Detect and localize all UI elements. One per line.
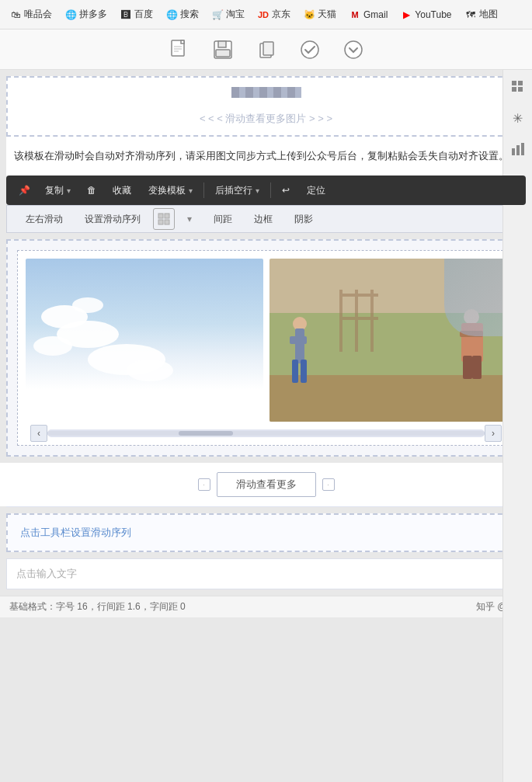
pinduoduo-icon: 🌐 (64, 9, 77, 21)
scrollbar-thumb (179, 431, 233, 436)
locate-button[interactable]: 定位 (299, 181, 333, 200)
separator (6, 506, 526, 507)
slider-image-kids (269, 259, 507, 422)
slider-toolbar: 左右滑动 设置滑动序列 ▾ (6, 205, 526, 233)
input-area[interactable]: 点击输入文字 (6, 558, 526, 589)
taobao-icon: 🛒 (211, 9, 224, 21)
bookmark-pinduoduo[interactable]: 🌐 拼多多 (61, 6, 110, 23)
editor-top-toolbar (0, 30, 532, 70)
vipshop-icon: 🛍 (9, 9, 22, 21)
svg-rect-7 (216, 50, 230, 57)
svg-rect-20 (512, 148, 515, 155)
spacing-button[interactable]: 间距 (204, 210, 242, 229)
ctx-separator (203, 182, 204, 198)
editor-area: < < < 滑动查看更多图片 > > > 该模板在滑动时会自动对齐滑动序列，请采… (0, 70, 532, 782)
status-bar: 基础格式：字号 16，行间距 1.6，字间距 0 知乎 @Ave (0, 596, 532, 617)
sequence-arrow-button[interactable]: ▾ (178, 210, 201, 228)
save-icon[interactable] (209, 36, 237, 64)
svg-rect-22 (521, 143, 524, 155)
copy-button[interactable]: 复制 ▾ (37, 181, 78, 200)
collect-button[interactable]: 收藏 (105, 181, 139, 200)
dropdown-icon[interactable] (339, 36, 367, 64)
top-scroll-hint: < < < 滑动查看更多图片 > > > (6, 76, 526, 137)
browser-toolbar: 🛍 唯品会 🌐 拼多多 🅱 百度 🌐 搜索 🛒 淘宝 JD 京东 🐱 天猫 M … (0, 0, 532, 30)
jd-icon: JD (257, 9, 269, 21)
after-space-button[interactable]: 后插空行 ▾ (207, 181, 267, 200)
ctx-separator2 (270, 182, 271, 198)
svg-rect-9 (263, 42, 273, 55)
sequence-icon[interactable] (153, 208, 175, 230)
set-sequence-button[interactable]: 设置滑动序列 (75, 210, 150, 229)
undo-button[interactable]: ↩ (274, 182, 297, 199)
bookmark-gmail[interactable]: M Gmail (346, 7, 391, 23)
bookmark-youtube[interactable]: ▶ YouTube (397, 7, 454, 23)
left-right-slide-button[interactable]: 左右滑动 (16, 210, 72, 229)
slider-scrollbar[interactable] (47, 429, 485, 437)
bottom-hint[interactable]: 点击工具栏设置滑动序列 (6, 513, 526, 552)
see-more-area: · 滑动查看更多 · (0, 463, 532, 506)
slider-image-sky (26, 259, 263, 422)
bookmark-jd[interactable]: JD 京东 (254, 6, 294, 23)
bottom-hint-text: 点击工具栏设置滑动序列 (20, 527, 131, 538)
svg-point-11 (345, 41, 362, 58)
tianmao-icon: 🐱 (303, 9, 315, 21)
toolbars-block: 📌 复制 ▾ 🗑 收藏 变换模板 ▾ 后插空行 (6, 176, 526, 233)
svg-rect-1 (181, 40, 184, 43)
grid-icon[interactable] (507, 76, 529, 98)
transform-button[interactable]: 变换模板 ▾ (141, 181, 200, 200)
pin-button[interactable]: 📌 (12, 182, 36, 199)
svg-rect-6 (218, 41, 226, 47)
svg-rect-18 (512, 87, 516, 92)
svg-rect-17 (518, 81, 523, 85)
chart-icon[interactable] (507, 138, 529, 160)
slider-images (26, 259, 506, 422)
shadow-button[interactable]: 阴影 (285, 210, 322, 229)
slider-container: ‹ › (6, 239, 526, 457)
asterisk-icon[interactable]: ✳ (507, 107, 529, 129)
description-text: 该模板在滑动时会自动对齐滑动序列，请采用图文同步方式上传到公众号后台，复制粘贴会… (6, 137, 526, 176)
file-icon[interactable] (165, 36, 193, 64)
gmail-icon: M (349, 9, 361, 21)
svg-rect-21 (516, 145, 520, 155)
film-strip (231, 87, 301, 98)
svg-rect-13 (165, 214, 169, 218)
slider-right-arrow[interactable]: › (485, 425, 502, 442)
copy-icon[interactable] (252, 36, 280, 64)
svg-rect-19 (518, 87, 523, 92)
svg-rect-16 (512, 81, 516, 85)
bookmark-vipshop[interactable]: 🛍 唯品会 (6, 6, 55, 23)
see-more-button[interactable]: 滑动查看更多 (217, 472, 316, 497)
copy-arrow: ▾ (67, 186, 71, 195)
search-icon: 🌐 (165, 9, 178, 21)
svg-rect-12 (158, 214, 163, 218)
border-button[interactable]: 边框 (245, 210, 282, 229)
check-icon[interactable] (296, 36, 324, 64)
svg-point-10 (301, 41, 318, 58)
youtube-icon: ▶ (400, 9, 412, 21)
after-space-arrow: ▾ (256, 186, 259, 195)
bookmark-search[interactable]: 🌐 搜索 (162, 6, 202, 23)
baidu-icon: 🅱 (120, 9, 132, 21)
status-text: 基础格式：字号 16，行间距 1.6，字间距 0 (9, 600, 186, 613)
context-toolbar: 📌 复制 ▾ 🗑 收藏 变换模板 ▾ 后插空行 (6, 176, 526, 205)
bookmark-baidu[interactable]: 🅱 百度 (116, 6, 156, 23)
see-more-dot-right: · (322, 478, 335, 491)
main-canvas[interactable]: < < < 滑动查看更多图片 > > > 该模板在滑动时会自动对齐滑动序列，请采… (0, 70, 532, 782)
svg-rect-14 (158, 220, 163, 224)
slider-left-arrow[interactable]: ‹ (30, 425, 47, 442)
svg-rect-15 (165, 220, 169, 224)
scroll-hint-text: < < < 滑动查看更多图片 > > > (200, 112, 332, 126)
maps-icon: 🗺 (464, 9, 477, 21)
bookmark-taobao[interactable]: 🛒 淘宝 (208, 6, 248, 23)
scrollbar-track (47, 431, 485, 436)
transform-arrow: ▾ (189, 186, 193, 195)
bookmark-maps[interactable]: 🗺 地图 (461, 6, 501, 23)
input-placeholder: 点击输入文字 (16, 568, 77, 579)
delete-button[interactable]: 🗑 (80, 182, 103, 199)
bookmark-tianmao[interactable]: 🐱 天猫 (300, 6, 339, 23)
see-more-dot-left: · (198, 478, 210, 491)
